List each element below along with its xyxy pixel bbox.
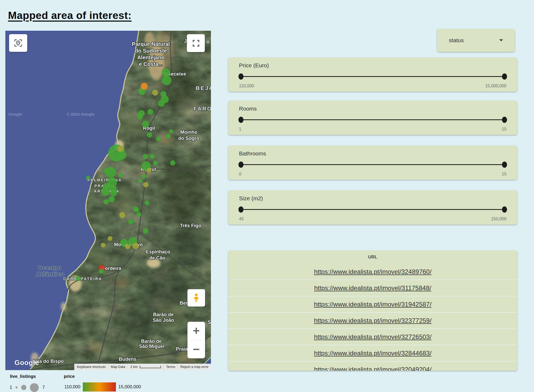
listing-marker[interactable] (143, 228, 148, 234)
listing-marker[interactable] (117, 146, 124, 152)
listing-marker[interactable] (110, 189, 117, 196)
zoom-out-button[interactable]: − (187, 340, 205, 358)
attribution-terms[interactable]: Terms (163, 364, 178, 370)
status-dropdown-label: status (449, 37, 464, 44)
rooms-slider-max-value: 15 (502, 127, 506, 132)
map-canvas[interactable]: Parque Naturaldo SudoesteAlentejanoe Cos… (5, 31, 211, 370)
map-label-google: Google (8, 112, 22, 116)
listing-marker[interactable] (143, 182, 148, 187)
listing-link[interactable]: https://www.idealista.pt/imovel/31942587… (314, 301, 431, 308)
fullscreen-button[interactable] (187, 34, 205, 52)
listing-marker[interactable] (104, 199, 109, 205)
legend-size-title: live_listings (10, 374, 36, 379)
legend-price-min: 110,000 (64, 384, 80, 390)
listing-marker[interactable] (108, 236, 112, 241)
bathrooms-slider-max-thumb[interactable] (502, 162, 507, 168)
rooms-slider-label: Rooms (239, 105, 257, 112)
listing-marker[interactable] (136, 212, 141, 217)
bathrooms-slider-track[interactable] (241, 164, 504, 165)
listing-marker[interactable] (76, 276, 81, 281)
map-label-bar-o-de: Barão de (141, 339, 162, 344)
map-attribution-bar: Keyboard shortcutsMap Data2 kmTermsRepor… (74, 364, 211, 370)
listing-marker[interactable] (128, 219, 134, 225)
listing-marker[interactable] (101, 243, 105, 248)
listing-marker[interactable] (150, 154, 155, 159)
zoom-in-button[interactable]: + (187, 322, 205, 340)
listing-link[interactable]: https://www.idealista.pt/imovel/32726503… (314, 333, 431, 341)
map-label-atl-ntico: Atlântico (36, 271, 65, 277)
rooms-slider-max-thumb[interactable] (502, 117, 507, 123)
table-row: https://www.idealista.pt/imovel/32844683… (228, 345, 517, 361)
slider-card-rooms: Rooms115 (228, 101, 517, 135)
slider-card-size: Size (m2)45150,000 (228, 190, 517, 225)
listing-marker[interactable] (147, 168, 151, 173)
listing-marker[interactable] (166, 134, 171, 139)
listing-marker[interactable] (138, 179, 142, 183)
size-slider-min-thumb[interactable] (238, 206, 244, 213)
listing-marker[interactable] (119, 212, 125, 218)
locate-listings-button[interactable] (9, 34, 27, 52)
legend-price-row: 110,000 15,000,000 (64, 382, 141, 392)
map-label-espinha-o: Espinhaço (146, 249, 170, 254)
price-slider-max-thumb[interactable] (502, 73, 507, 80)
attribution-report-a-map-error[interactable]: Report a map error (178, 364, 211, 370)
map-label-de-c-o: de Cão (149, 255, 165, 261)
listing-marker[interactable] (101, 187, 110, 196)
listing-marker[interactable] (143, 154, 148, 159)
listing-marker[interactable] (170, 160, 175, 166)
map-label-praia: Praia (176, 346, 188, 352)
rooms-slider-min-value: 1 (239, 127, 241, 132)
listing-marker[interactable] (169, 129, 173, 134)
listing-marker[interactable] (141, 83, 148, 90)
listing-marker[interactable] (153, 161, 158, 166)
listing-marker[interactable] (147, 109, 153, 115)
size-slider-max-thumb[interactable] (502, 206, 507, 213)
listing-link[interactable]: https://www.idealista.pt/imovel/32844683… (314, 350, 431, 357)
listing-marker[interactable] (144, 201, 149, 205)
listing-marker[interactable] (137, 114, 143, 120)
listing-marker[interactable] (156, 136, 161, 141)
listing-marker[interactable] (158, 100, 165, 107)
page-title: Mapped area of interest: (8, 10, 132, 21)
listing-marker[interactable] (132, 243, 139, 249)
bathrooms-slider-min-thumb[interactable] (238, 162, 244, 168)
attribution-keyboard-shortcuts[interactable]: Keyboard shortcuts (74, 364, 108, 370)
attribution-map-data: Map Data (108, 364, 128, 370)
price-slider-track[interactable] (241, 76, 504, 77)
zoom-control: + − (187, 322, 205, 358)
rooms-slider-track[interactable] (241, 119, 504, 120)
map-container[interactable]: Parque Naturaldo SudoesteAlentejanoe Cos… (5, 31, 211, 370)
size-slider-track[interactable] (241, 209, 504, 210)
pegman-icon (191, 292, 201, 304)
listing-marker[interactable] (133, 206, 138, 212)
listing-marker[interactable] (152, 90, 158, 96)
listing-marker[interactable] (119, 173, 123, 177)
status-dropdown[interactable]: status (437, 29, 515, 52)
map-label-moinho: Moinho (180, 130, 197, 135)
listing-link[interactable]: https://www.idealista.pt/imovel/32377259… (314, 317, 431, 324)
size-slider-min-value: 45 (239, 217, 244, 221)
map-label-carrapateira: CARRAPATEIRA (63, 277, 102, 281)
map-label-faro: FARO (194, 105, 211, 112)
app: Mapped area of interest: (0, 0, 534, 392)
listing-marker[interactable] (99, 269, 104, 274)
pegman-button[interactable] (187, 289, 205, 307)
google-logo[interactable]: Google (14, 359, 39, 367)
listing-marker[interactable] (142, 174, 146, 178)
table-row: https://www.idealista.pt/imovel/32489760… (228, 264, 517, 280)
listing-marker[interactable] (142, 121, 149, 128)
price-slider-min-thumb[interactable] (238, 73, 244, 80)
legend-size-max: 7 (42, 385, 45, 390)
listing-marker[interactable] (162, 76, 171, 85)
listing-marker[interactable] (147, 132, 152, 138)
listing-link[interactable]: https://www.idealista.pt/imovel/32489760… (314, 268, 431, 276)
rooms-slider-min-thumb[interactable] (238, 117, 244, 123)
listing-marker[interactable] (86, 176, 90, 180)
listing-marker[interactable] (118, 151, 126, 159)
listing-marker[interactable] (125, 244, 130, 249)
listing-marker[interactable] (104, 168, 109, 174)
listing-link[interactable]: https://www.idealista.pt/imovel/32049204… (314, 366, 431, 371)
listing-marker[interactable] (108, 196, 115, 202)
map-label-o: o (206, 39, 210, 44)
listing-link[interactable]: https://www.idealista.pt/imovel/31175848… (314, 284, 431, 292)
